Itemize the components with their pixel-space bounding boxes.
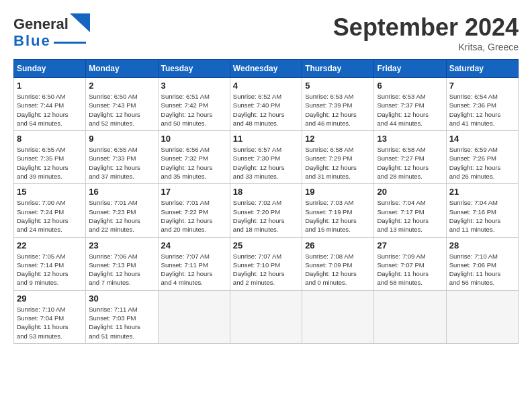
calendar-day-17: 17Sunrise: 7:01 AMSunset: 7:22 PMDayligh… bbox=[158, 184, 230, 237]
calendar-day-23: 23Sunrise: 7:06 AMSunset: 7:13 PMDayligh… bbox=[86, 237, 158, 290]
calendar-day-9: 9Sunrise: 6:55 AMSunset: 7:33 PMDaylight… bbox=[86, 131, 158, 184]
weekday-header-friday: Friday bbox=[374, 60, 446, 78]
calendar-week-4: 29Sunrise: 7:10 AMSunset: 7:04 PMDayligh… bbox=[14, 290, 519, 343]
weekday-header-tuesday: Tuesday bbox=[158, 60, 230, 78]
calendar-day-4: 4Sunrise: 6:52 AMSunset: 7:40 PMDaylight… bbox=[230, 78, 302, 131]
calendar-empty bbox=[158, 290, 230, 343]
calendar-empty bbox=[446, 290, 518, 343]
calendar-empty bbox=[374, 290, 446, 343]
svg-marker-0 bbox=[70, 13, 90, 32]
calendar-day-16: 16Sunrise: 7:01 AMSunset: 7:23 PMDayligh… bbox=[86, 184, 158, 237]
page-header: General Blue September 2024 Kritsa, Gree… bbox=[13, 13, 519, 52]
calendar-day-14: 14Sunrise: 6:59 AMSunset: 7:26 PMDayligh… bbox=[446, 131, 518, 184]
location: Kritsa, Greece bbox=[333, 42, 519, 52]
calendar-week-1: 8Sunrise: 6:55 AMSunset: 7:35 PMDaylight… bbox=[14, 131, 519, 184]
calendar-day-30: 30Sunrise: 7:11 AMSunset: 7:03 PMDayligh… bbox=[86, 290, 158, 343]
calendar-day-19: 19Sunrise: 7:03 AMSunset: 7:19 PMDayligh… bbox=[302, 184, 374, 237]
calendar-day-1: 1Sunrise: 6:50 AMSunset: 7:44 PMDaylight… bbox=[14, 78, 86, 131]
calendar-day-21: 21Sunrise: 7:04 AMSunset: 7:16 PMDayligh… bbox=[446, 184, 518, 237]
calendar-day-24: 24Sunrise: 7:07 AMSunset: 7:11 PMDayligh… bbox=[158, 237, 230, 290]
calendar-day-20: 20Sunrise: 7:04 AMSunset: 7:17 PMDayligh… bbox=[374, 184, 446, 237]
calendar-day-13: 13Sunrise: 6:58 AMSunset: 7:27 PMDayligh… bbox=[374, 131, 446, 184]
calendar-day-3: 3Sunrise: 6:51 AMSunset: 7:42 PMDaylight… bbox=[158, 78, 230, 131]
calendar-day-15: 15Sunrise: 7:00 AMSunset: 7:24 PMDayligh… bbox=[14, 184, 86, 237]
calendar-day-12: 12Sunrise: 6:58 AMSunset: 7:29 PMDayligh… bbox=[302, 131, 374, 184]
calendar-empty bbox=[302, 290, 374, 343]
calendar-day-25: 25Sunrise: 7:07 AMSunset: 7:10 PMDayligh… bbox=[230, 237, 302, 290]
calendar-day-11: 11Sunrise: 6:57 AMSunset: 7:30 PMDayligh… bbox=[230, 131, 302, 184]
calendar-day-6: 6Sunrise: 6:53 AMSunset: 7:37 PMDaylight… bbox=[374, 78, 446, 131]
calendar-day-22: 22Sunrise: 7:05 AMSunset: 7:14 PMDayligh… bbox=[14, 237, 86, 290]
weekday-header-monday: Monday bbox=[86, 60, 158, 78]
calendar-day-7: 7Sunrise: 6:54 AMSunset: 7:36 PMDaylight… bbox=[446, 78, 518, 131]
weekday-header-row: SundayMondayTuesdayWednesdayThursdayFrid… bbox=[14, 60, 519, 78]
calendar-week-2: 15Sunrise: 7:00 AMSunset: 7:24 PMDayligh… bbox=[14, 184, 519, 237]
logo-general: General bbox=[13, 15, 69, 33]
weekday-header-sunday: Sunday bbox=[14, 60, 86, 78]
logo-arrow-icon bbox=[70, 13, 90, 32]
calendar-table: SundayMondayTuesdayWednesdayThursdayFrid… bbox=[13, 59, 519, 344]
month-title: September 2024 bbox=[333, 13, 519, 42]
calendar-day-29: 29Sunrise: 7:10 AMSunset: 7:04 PMDayligh… bbox=[14, 290, 86, 343]
calendar-day-28: 28Sunrise: 7:10 AMSunset: 7:06 PMDayligh… bbox=[446, 237, 518, 290]
calendar-week-0: 1Sunrise: 6:50 AMSunset: 7:44 PMDaylight… bbox=[14, 78, 519, 131]
calendar-day-26: 26Sunrise: 7:08 AMSunset: 7:09 PMDayligh… bbox=[302, 237, 374, 290]
weekday-header-saturday: Saturday bbox=[446, 60, 518, 78]
calendar-day-5: 5Sunrise: 6:53 AMSunset: 7:39 PMDaylight… bbox=[302, 78, 374, 131]
logo-underline bbox=[54, 42, 86, 44]
calendar-day-2: 2Sunrise: 6:50 AMSunset: 7:43 PMDaylight… bbox=[86, 78, 158, 131]
logo-blue: Blue bbox=[13, 32, 51, 50]
weekday-header-thursday: Thursday bbox=[302, 60, 374, 78]
logo: General Blue bbox=[13, 13, 90, 50]
calendar-week-3: 22Sunrise: 7:05 AMSunset: 7:14 PMDayligh… bbox=[14, 237, 519, 290]
calendar-day-10: 10Sunrise: 6:56 AMSunset: 7:32 PMDayligh… bbox=[158, 131, 230, 184]
weekday-header-wednesday: Wednesday bbox=[230, 60, 302, 78]
calendar-day-18: 18Sunrise: 7:02 AMSunset: 7:20 PMDayligh… bbox=[230, 184, 302, 237]
calendar-day-27: 27Sunrise: 7:09 AMSunset: 7:07 PMDayligh… bbox=[374, 237, 446, 290]
calendar-day-8: 8Sunrise: 6:55 AMSunset: 7:35 PMDaylight… bbox=[14, 131, 86, 184]
calendar-empty bbox=[230, 290, 302, 343]
title-section: September 2024 Kritsa, Greece bbox=[333, 13, 519, 52]
